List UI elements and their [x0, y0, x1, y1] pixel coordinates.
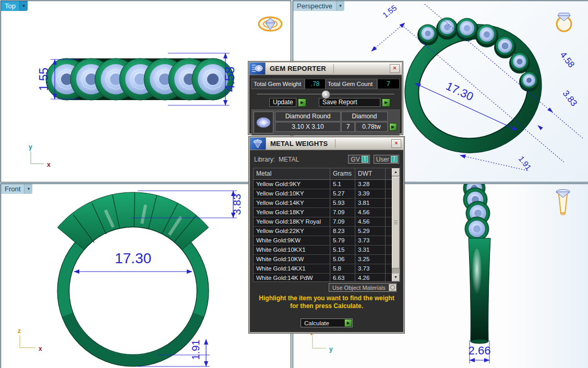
cell-metal: White Gold:9KW: [254, 236, 330, 245]
column-header-metal[interactable]: Metal: [254, 168, 330, 179]
cell-metal: Yellow Gold:9KY: [254, 180, 330, 189]
update-run-icon[interactable]: ▶: [298, 99, 306, 107]
table-row[interactable]: White Gold:10KW5.063.25: [254, 255, 392, 264]
titlebar-divider: [335, 139, 335, 148]
table-row[interactable]: Yellow Gold:22KY8.235.29: [254, 227, 392, 236]
metal-weights-dialog[interactable]: METAL WEIGHTS × Library: METAL GV I User…: [249, 137, 404, 333]
cell-grams: 5.79: [330, 236, 355, 245]
gv-toggle-button[interactable]: GV I: [348, 155, 369, 164]
gem-material-cell: Diamond: [341, 112, 388, 121]
cell-grams: 5.93: [330, 199, 355, 207]
dim-front-shank: 1.91: [190, 340, 201, 360]
collapse-panel-button[interactable]: ▲: [321, 90, 330, 99]
axis-label-z: z: [18, 327, 21, 335]
cell-metal: White Gold:14K PdW: [254, 274, 330, 282]
gem-summary-row[interactable]: Diamond Round Diamond 3.10 X 3.10 7 0.78…: [251, 109, 400, 136]
cell-dwt: 3.73: [355, 264, 386, 273]
cell-grams: 6.63: [330, 274, 355, 282]
dropdown-toggle-icon[interactable]: [389, 284, 396, 291]
cell-dwt: 3.31: [355, 246, 386, 254]
table-scrollbar[interactable]: ▲ ▼: [392, 168, 400, 281]
table-row[interactable]: Yellow Gold:18KY Royal7.094.56: [254, 217, 392, 227]
cell-dwt: 3.73: [355, 236, 386, 245]
table-row[interactable]: White Gold:14K PdW6.634.26: [254, 274, 392, 282]
viewport-tab-front-label: Front: [1, 185, 24, 193]
close-icon[interactable]: ×: [390, 64, 400, 73]
close-icon[interactable]: ×: [391, 139, 401, 148]
viewport-top[interactable]: 1.55 4.58 y x Top ▼: [1, 1, 291, 182]
cell-dwt: 4.56: [355, 217, 386, 226]
dim-persp-diameter: 17.30: [444, 79, 475, 103]
gem-row-run-icon[interactable]: ▶: [389, 123, 397, 131]
scroll-down-icon[interactable]: ▼: [392, 274, 400, 281]
top-view-drawing: 1.55 4.58 y x: [1, 1, 291, 182]
ring-orientation-icon-top: [259, 17, 282, 31]
axis-indicator-top: y x: [29, 143, 51, 168]
viewport-tab-front[interactable]: Front ▼: [1, 184, 32, 194]
axis-label-y: y: [29, 143, 32, 151]
viewport-tab-top[interactable]: Top ▼: [1, 1, 28, 11]
cell-dwt: 3.25: [355, 255, 386, 264]
gem-row-top: [46, 58, 234, 100]
chevron-down-icon[interactable]: ▼: [24, 184, 32, 194]
total-gem-weight-label: Total Gem Weight: [251, 79, 305, 89]
table-row[interactable]: White Gold:14KX15.83.73: [254, 264, 392, 274]
gem-thumbnail: [254, 112, 273, 133]
library-value: METAL: [279, 156, 299, 163]
cell-metal: Yellow Gold:18KY Royal: [254, 217, 330, 226]
cell-grams: 5.06: [330, 255, 355, 264]
table-row[interactable]: White Gold:10KX15.153.31: [254, 246, 392, 255]
dim-right-band-width: 2.66: [469, 344, 491, 357]
viewport-front[interactable]: 3.83 17.30 1.91 z x Front ▼: [1, 183, 291, 368]
gem-reporter-icon: [249, 63, 266, 75]
column-header-grams[interactable]: Grams: [330, 168, 355, 179]
table-header-row: Metal Grams DWT: [254, 168, 392, 180]
table-row[interactable]: Yellow Gold:18KY7.094.56: [254, 208, 392, 217]
gem-reporter-titlebar[interactable]: GEM REPORTER ×: [249, 63, 402, 75]
dim-top-gem-width: 1.55: [37, 68, 51, 91]
table-row[interactable]: Yellow Gold:9KY5.13.28: [254, 180, 392, 189]
viewport-tab-perspective[interactable]: Perspective ▼: [293, 1, 344, 11]
table-row[interactable]: White Gold:9KW5.793.73: [254, 236, 392, 246]
cell-grams: 7.09: [330, 217, 355, 226]
metal-weights-icon: [250, 138, 266, 150]
gem-weight-cell: 0.78tw: [355, 122, 388, 132]
dim-front-diameter: 17.30: [115, 250, 151, 266]
cell-metal: Yellow Gold:22KY: [254, 227, 330, 236]
dim-top-band-length: 4.58: [222, 67, 237, 92]
ring-orientation-icon-perspective: [557, 13, 571, 31]
table-row[interactable]: Yellow Gold:10KY5.273.39: [254, 189, 392, 199]
chevron-down-icon[interactable]: ▼: [19, 1, 28, 11]
cell-dwt: 3.39: [355, 189, 386, 198]
total-gem-count-label: Total Gem Count: [326, 79, 377, 89]
ring-front: [57, 192, 209, 366]
gem-reporter-dialog[interactable]: GEM REPORTER × Total Gem Weight .78 Tota…: [248, 62, 403, 134]
gem-count-cell: 7: [341, 122, 355, 132]
metal-weights-title: METAL WEIGHTS: [270, 140, 328, 148]
cell-grams: 5.27: [330, 189, 355, 198]
user-toggle-button[interactable]: User I: [374, 155, 399, 164]
calculate-run-icon[interactable]: ▶: [344, 319, 352, 327]
axis-indicator-front: z x: [18, 327, 42, 352]
cell-metal: Yellow Gold:18KY: [254, 208, 330, 217]
save-report-button[interactable]: Save Report: [319, 98, 380, 107]
calculate-label: Calculate: [301, 320, 344, 326]
metal-weights-table: Metal Grams DWT Yellow Gold:9KY5.13.28 Y…: [253, 168, 400, 282]
update-button[interactable]: Update: [269, 98, 296, 107]
gem-cut-cell: Diamond Round: [275, 112, 341, 121]
column-header-dwt[interactable]: DWT: [355, 168, 386, 179]
save-report-run-icon[interactable]: ▶: [382, 99, 390, 107]
materials-dropdown[interactable]: Use Object Materials: [329, 283, 397, 292]
scroll-up-icon[interactable]: ▲: [392, 168, 400, 176]
cell-grams: 7.09: [330, 208, 355, 217]
ring-band-right: [469, 238, 490, 344]
scrollbar-thumb[interactable]: [392, 177, 400, 268]
cell-dwt: 3.28: [355, 180, 386, 189]
metal-weights-titlebar[interactable]: METAL WEIGHTS ×: [250, 138, 403, 150]
instruction-text: Highlight the item you want to find the …: [250, 295, 403, 310]
calculate-button[interactable]: Calculate ▶: [301, 318, 353, 327]
library-label: Library:: [254, 156, 275, 163]
table-row[interactable]: Yellow Gold:14KY5.933.81: [254, 199, 392, 208]
chevron-down-icon[interactable]: ▼: [336, 1, 344, 11]
dim-persp-head-height: 3.83: [561, 89, 579, 108]
